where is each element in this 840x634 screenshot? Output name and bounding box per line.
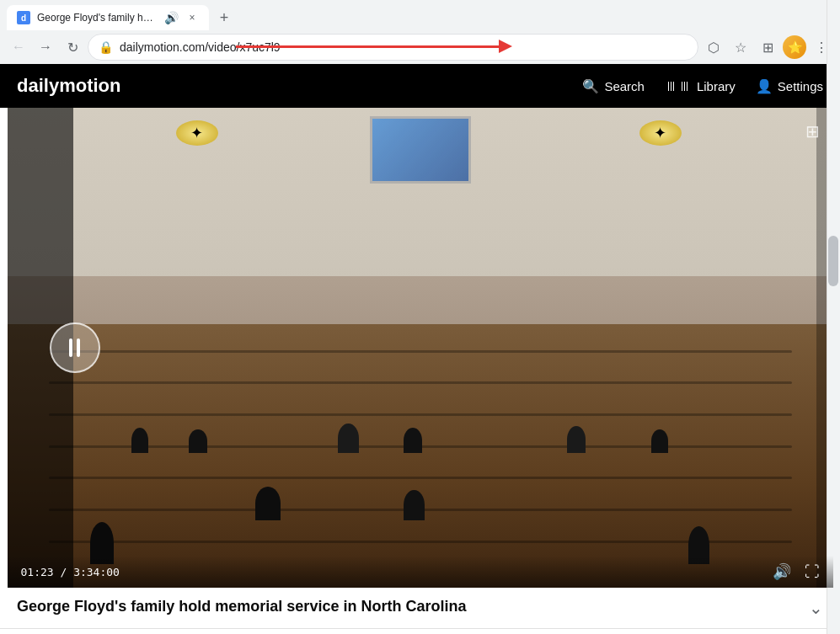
play-pause-button[interactable] [50,322,100,373]
tab-title: George Floyd's family hol… [37,12,158,24]
tab-audio-icon: 🔊 [164,11,179,24]
dailymotion-page: dailymotion 🔍 Search ⫼⫼ Library 👤 Settin… [0,64,840,634]
dm-header: dailymotion 🔍 Search ⫼⫼ Library 👤 Settin… [0,64,840,108]
video-meta: K K11 Entertainment ✓ 21 hours ago | 1.5… [0,629,840,634]
pause-icon [69,338,80,357]
video-scene: ✦ ✦ [8,108,833,588]
browser-toolbar: ← → ↻ 🔒 ⬡ ☆ ⊞ ⭐ ⋮ [0,30,840,64]
video-player[interactable]: ✦ ✦ [8,108,833,588]
pause-bar-2 [77,338,80,357]
forward-button[interactable]: → [34,35,57,59]
settings-user-icon: 👤 [756,78,773,94]
profile-button[interactable]: ⭐ [783,35,806,59]
person-silhouette [651,429,668,453]
time-display: 01:23 / 3:34:00 [21,566,120,578]
back-button[interactable]: ← [7,35,30,59]
person-silhouette [255,487,281,520]
browser-chrome: d George Floyd's family hol… 🔊 × + ← → ↻… [0,0,840,64]
video-info: George Floyd's family hold memorial serv… [0,588,840,629]
lock-icon: 🔒 [99,40,113,54]
person-silhouette [404,428,422,453]
pew-line [49,381,792,384]
pew-line [49,477,792,479]
person-silhouette [567,426,586,453]
dm-logo[interactable]: dailymotion [17,75,120,97]
dm-nav: 🔍 Search ⫼⫼ Library 👤 Settings [582,78,823,94]
video-quality-button[interactable]: ⊞ [805,121,820,141]
volume-button[interactable]: 🔊 [773,562,791,581]
address-input[interactable] [120,40,688,54]
church-window [370,116,471,184]
new-tab-button[interactable]: + [212,6,236,29]
media-router-button[interactable]: ⊞ [756,35,779,59]
reload-button[interactable]: ↻ [61,35,84,59]
person-silhouette [338,424,359,453]
scrollbar[interactable] [827,0,840,634]
dm-settings-nav[interactable]: 👤 Settings [756,78,823,94]
address-bar-container: 🔒 [88,34,698,61]
chandelier-left: ✦ [176,120,218,146]
church-pews [8,324,833,589]
pew-line [49,541,792,543]
chandelier-body-right: ✦ [639,120,682,146]
cast-button[interactable]: ⬡ [702,35,725,59]
video-controls: 01:23 / 3:34:00 🔊 ⛶ [8,556,833,588]
person-silhouette [404,490,425,520]
active-tab[interactable]: d George Floyd's family hol… 🔊 × [7,5,209,30]
person-silhouette [189,429,207,453]
chandelier-body: ✦ [176,120,218,146]
tab-close-button[interactable]: × [185,11,199,24]
tab-bar: d George Floyd's family hol… 🔊 × + [0,0,840,30]
chandelier-right: ✦ [639,120,682,146]
control-right: 🔊 ⛶ [773,562,820,581]
dm-search-nav[interactable]: 🔍 Search [582,78,645,94]
scrollbar-thumb[interactable] [828,236,838,286]
video-title: George Floyd's family hold memorial serv… [17,598,800,615]
fullscreen-button[interactable]: ⛶ [805,563,820,581]
person-silhouette [131,428,148,453]
tab-favicon: d [17,11,30,24]
library-icon: ⫼⫼ [665,78,692,93]
toolbar-right: ⬡ ☆ ⊞ ⭐ ⋮ [702,35,833,59]
pew-line [49,350,792,353]
dm-library-nav[interactable]: ⫼⫼ Library [665,78,736,93]
expand-button[interactable]: ⌄ [809,598,823,618]
search-icon: 🔍 [582,78,599,94]
bookmark-button[interactable]: ☆ [729,35,752,59]
pause-bar-1 [69,338,72,357]
pew-line [49,413,792,416]
